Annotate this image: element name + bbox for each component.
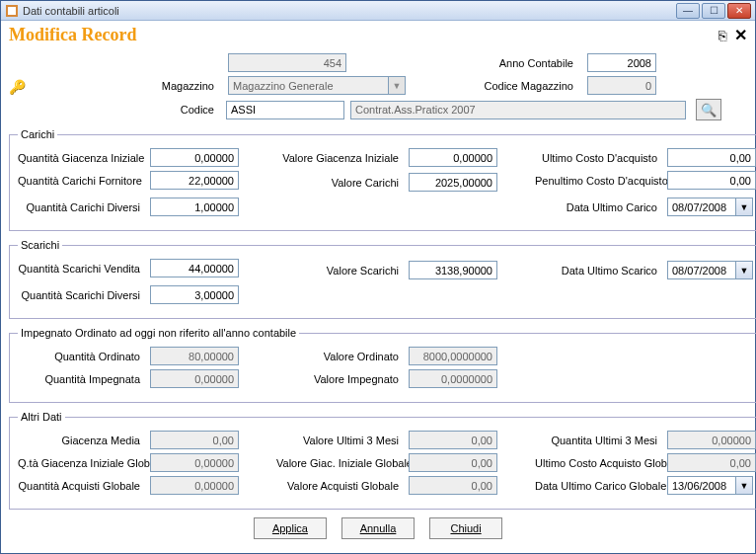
ult-costo-glob-label: Ultimo Costo Acquisto Globale [535,457,663,469]
penult-costo-field[interactable] [667,171,756,190]
qta-ord-field [150,347,239,365]
codice-label: Codice [33,104,220,116]
codice-magazzino-field [587,76,656,95]
applica-button[interactable]: Applica [254,517,327,539]
date-dropdown-icon[interactable]: ▼ [736,198,753,216]
qta-giac-iniz-field[interactable] [150,148,239,167]
record-id-field [228,53,346,72]
val-imp-field [409,369,497,388]
val-car-field[interactable] [409,173,497,192]
anno-contabile-label: Anno Contabile [461,57,579,69]
val-ord-label: Valore Ordinato [276,351,405,362]
val-acq-glob-field [409,476,497,495]
val-acq-glob-label: Valore Acquisti Globale [276,480,405,492]
val-car-label: Valore Carichi [276,177,405,189]
val-giac-iniz-label: Valore Giacenza Iniziale [276,152,405,164]
date-dropdown-icon[interactable]: ▼ [736,261,753,279]
form-header: Modifica Record ⎘ ✕ [1,21,755,47]
date-dropdown-icon[interactable]: ▼ [736,476,753,495]
magazzino-select[interactable] [228,76,389,95]
data-ult-car-glob-field[interactable] [667,476,736,495]
maximize-button[interactable]: ☐ [702,3,725,19]
close-icon[interactable]: ✕ [734,26,747,44]
anno-contabile-field[interactable] [587,53,656,72]
scarichi-legend: Scarichi [18,239,62,251]
data-ult-car-field[interactable] [667,198,736,216]
altri-dati-group: Altri Dati Giacenza Media Valore Ultimi … [9,411,756,510]
val-ord-field [409,347,497,365]
data-ult-car-glob-label: Data Ultimo Carico Globale [535,480,663,492]
penult-costo-label: Penultimo Costo D'acquisto [535,175,663,187]
codice-magazzino-label: Codice Magazzino [461,80,579,92]
qta-imp-field [150,369,239,388]
val-giac-glob-label: Valore Giac. Iniziale Globale [276,457,405,469]
qta-u3m-label: Quantita Ultimi 3 Mesi [535,435,663,446]
qta-sc-div-field[interactable] [150,285,239,304]
val-giac-glob-field [409,453,497,472]
search-button[interactable]: 🔍 [696,99,721,120]
val-sc-label: Valore Scarichi [276,265,405,277]
giac-media-label: Giacenza Media [18,435,146,446]
magazzino-label: Magazzino [33,80,220,92]
button-bar: Applica Annulla Chiudi [9,510,747,545]
close-button[interactable]: ✕ [727,3,751,19]
svg-rect-1 [8,7,16,15]
ultimo-costo-label: Ultimo Costo D'acquisto [535,152,663,164]
magazzino-dropdown-icon[interactable]: ▼ [389,76,406,95]
impegnato-legend: Impegnato Ordinato ad oggi non riferito … [18,327,299,339]
qta-giac-glob-field [150,453,239,472]
annulla-button[interactable]: Annulla [341,517,415,539]
qta-car-div-field[interactable] [150,198,239,216]
page-title: Modifica Record [9,25,718,45]
data-ult-sc-label: Data Ultimo Scarico [535,265,663,277]
codice-description-field [350,101,686,119]
qta-car-forn-field[interactable] [150,171,239,190]
qta-acq-glob-field [150,476,239,495]
qta-giac-glob-label: Q.tà Giacenza Iniziale Globale [18,457,146,469]
qta-ord-label: Quantità Ordinato [18,351,146,362]
titlebar[interactable]: Dati contabili articoli — ☐ ✕ [1,1,755,21]
qta-acq-glob-label: Quantità Acquisti Globale [18,480,146,492]
qta-imp-label: Quantità Impegnata [18,373,146,385]
ult-costo-glob-field [667,453,756,472]
val-u3m-label: Valore Ultimi 3 Mesi [276,435,405,446]
giac-media-field [150,431,239,449]
key-icon: 🔑 [9,79,33,95]
qta-sc-vend-field[interactable] [150,259,239,277]
val-sc-field[interactable] [409,261,497,279]
val-u3m-field [409,431,497,449]
carichi-group: Carichi Quantità Giacenza Iniziale Valor… [9,128,756,231]
copy-icon[interactable]: ⎘ [718,28,726,43]
qta-sc-vend-label: Quantità Scarichi Vendita [18,263,146,275]
window-title: Dati contabili articoli [23,5,676,17]
codice-field[interactable] [226,101,344,119]
val-imp-label: Valore Impegnato [276,373,405,385]
qta-car-forn-label: Quantità Carichi Fornitore [18,175,146,187]
data-ult-car-label: Data Ultimo Carico [535,201,663,213]
val-giac-iniz-field[interactable] [409,148,497,167]
carichi-legend: Carichi [18,128,57,140]
scarichi-group: Scarichi Quantità Scarichi Vendita Valor… [9,239,756,319]
qta-car-div-label: Quantità Carichi Diversi [18,201,146,213]
ultimo-costo-field[interactable] [667,148,756,167]
qta-sc-div-label: Quantità Scarichi Diversi [18,289,146,301]
altri-legend: Altri Dati [18,411,65,423]
data-ult-sc-field[interactable] [667,261,736,279]
impegnato-group: Impegnato Ordinato ad oggi non riferito … [9,327,756,403]
minimize-button[interactable]: — [676,3,700,19]
qta-giac-iniz-label: Quantità Giacenza Iniziale [18,152,146,164]
qta-u3m-field [667,431,756,449]
app-icon [5,4,19,18]
search-icon: 🔍 [701,103,717,118]
chiudi-button[interactable]: Chiudi [429,517,502,539]
